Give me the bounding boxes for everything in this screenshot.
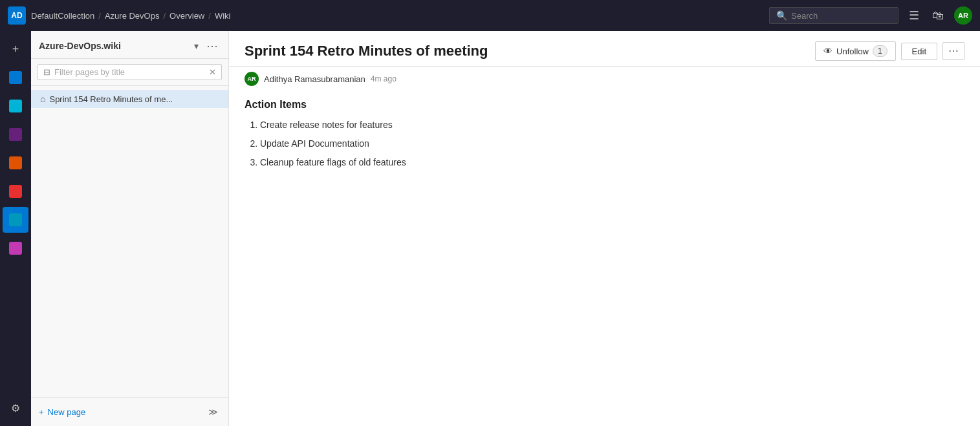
wiki-tree-item-label: Sprint 154 Retro Minutes of me...	[49, 94, 219, 104]
list-icon[interactable]: ☰	[906, 6, 922, 25]
wiki-filter: ⊟ ✕	[31, 59, 228, 86]
filter-icon: ⊟	[43, 67, 50, 77]
topbar: AD DefaultCollection / Azure DevOps / Ov…	[0, 0, 980, 31]
collapse-panel-button[interactable]: ≫	[206, 404, 221, 420]
breadcrumb: DefaultCollection / Azure DevOps / Overv…	[31, 11, 230, 21]
home-icon: ⌂	[40, 94, 45, 104]
author-name: Adithya Ramasubramanian	[264, 74, 365, 84]
search-icon: 🔍	[776, 10, 787, 21]
breadcrumb-overview[interactable]: Overview	[169, 11, 204, 21]
author-time: 4m ago	[371, 74, 397, 83]
sidebar-item-test[interactable]	[3, 178, 28, 204]
wiki-filter-input-wrap[interactable]: ⊟ ✕	[38, 64, 222, 80]
wiki-panel-footer: + New page ≫	[31, 397, 228, 426]
unfollow-count: 1	[873, 45, 887, 57]
content-body: Action Items Create release notes for fe…	[229, 94, 980, 426]
topbar-right: 🔍 ☰ 🛍 AR	[769, 6, 972, 25]
sidebar-item-overview[interactable]	[3, 65, 28, 91]
sidebar-top-icons: +	[3, 36, 28, 261]
content-area: Sprint 154 Retro Minutes of meeting 👁 Un…	[229, 31, 980, 426]
content-header: Sprint 154 Retro Minutes of meeting 👁 Un…	[229, 31, 980, 67]
sidebar-item-pipelines[interactable]	[3, 150, 28, 176]
new-page-button[interactable]: + New page	[39, 407, 85, 417]
wiki-panel-header: Azure-DevOps.wiki ▾ ⋯	[31, 31, 228, 59]
wiki-more-button[interactable]: ⋯	[204, 39, 221, 53]
new-page-label: New page	[48, 407, 86, 417]
sidebar-item-add[interactable]: +	[3, 36, 28, 62]
sidebar-bottom-icons: ⚙	[3, 395, 28, 421]
action-items-list: Create release notes for features Update…	[245, 118, 964, 169]
filter-input[interactable]	[54, 67, 205, 77]
sidebar-item-extra[interactable]	[3, 235, 28, 261]
wiki-dropdown-button[interactable]: ▾	[193, 39, 200, 52]
plus-icon: +	[39, 407, 44, 417]
wiki-tree: ⌂ Sprint 154 Retro Minutes of me...	[31, 86, 228, 397]
sidebar-nav: + ⚙	[0, 31, 31, 426]
author-avatar: AR	[245, 72, 259, 86]
list-item: Update API Documentation	[260, 137, 964, 151]
breadcrumb-default-collection[interactable]: DefaultCollection	[31, 11, 94, 21]
content-actions: 👁 Unfollow 1 Edit ⋯	[815, 41, 964, 61]
sidebar-item-repos[interactable]	[3, 122, 28, 147]
list-item: Cleanup feature flags of old features	[260, 156, 964, 169]
page-title: Sprint 154 Retro Minutes of meeting	[245, 43, 815, 59]
app-logo[interactable]: AD	[8, 6, 26, 25]
unfollow-button[interactable]: 👁 Unfollow 1	[815, 41, 896, 61]
section-heading: Action Items	[245, 99, 964, 111]
sidebar-item-settings[interactable]: ⚙	[3, 395, 28, 421]
wiki-panel: Azure-DevOps.wiki ▾ ⋯ ⊟ ✕ ⌂ Sprint 154 R…	[31, 31, 229, 426]
main-area: + ⚙	[0, 31, 980, 426]
wiki-title: Azure-DevOps.wiki	[39, 41, 189, 51]
search-input[interactable]	[791, 11, 891, 21]
edit-button[interactable]: Edit	[901, 43, 937, 60]
bag-icon[interactable]: 🛍	[930, 6, 946, 25]
unfollow-label: Unfollow	[836, 47, 869, 56]
list-item: Create release notes for features	[260, 118, 964, 132]
breadcrumb-wiki[interactable]: Wiki	[215, 11, 231, 21]
clear-filter-icon[interactable]: ✕	[209, 67, 216, 77]
breadcrumb-azure-devops[interactable]: Azure DevOps	[105, 11, 160, 21]
sidebar-item-wiki[interactable]	[3, 207, 28, 233]
user-avatar[interactable]: AR	[954, 6, 972, 25]
search-box[interactable]: 🔍	[769, 7, 898, 24]
content-meta: AR Adithya Ramasubramanian 4m ago	[229, 67, 980, 94]
wiki-tree-item[interactable]: ⌂ Sprint 154 Retro Minutes of me...	[31, 90, 228, 108]
sidebar-item-boards[interactable]	[3, 93, 28, 119]
content-more-button[interactable]: ⋯	[942, 42, 964, 60]
unfollow-icon: 👁	[823, 46, 833, 56]
